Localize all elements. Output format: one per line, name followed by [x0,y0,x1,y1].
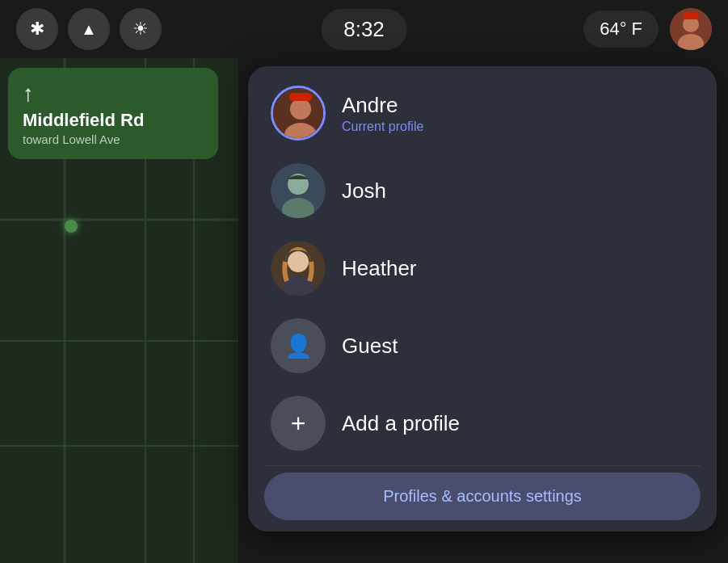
current-user-avatar[interactable] [670,8,712,50]
profile-item-guest[interactable]: Guest [248,307,717,384]
guest-name: Guest [342,334,398,359]
profile-item-josh[interactable]: Josh [248,152,717,229]
profiles-settings-button[interactable]: Profiles & accounts settings [264,473,701,520]
andre-subtitle: Current profile [342,120,423,134]
andre-name: Andre [342,93,423,118]
heather-name: Heather [342,256,417,281]
plus-icon [291,409,306,439]
nav-street: Middlefield Rd [23,110,204,131]
nav-arrow-icon: ↑ [23,81,34,107]
map-area: ↑ Middlefield Rd toward Lowell Ave [0,58,238,563]
profile-item-andre[interactable]: Andre Current profile [248,74,717,152]
svg-point-18 [288,251,309,272]
andre-text: Andre Current profile [342,93,423,134]
nav-toward: toward Lowell Ave [23,132,204,146]
bluetooth-icon [30,19,44,40]
status-bar: 8:32 64° F [0,0,728,58]
heather-avatar [271,241,326,296]
navigation-card: ↑ Middlefield Rd toward Lowell Ave [8,68,218,159]
svg-rect-13 [289,93,312,101]
josh-name: Josh [342,179,386,204]
nav-direction: ↑ [23,81,204,107]
profile-item-heather[interactable]: Heather [248,229,717,307]
josh-text: Josh [342,179,386,204]
guest-avatar [271,318,326,373]
time-container: 8:32 [321,9,407,50]
status-right: 64° F [583,8,712,50]
andre-avatar-small [670,8,712,50]
map-location-dot [65,220,78,233]
brightness-button[interactable] [120,8,162,50]
add-profile-avatar [271,396,326,451]
profile-item-add[interactable]: Add a profile [248,384,717,462]
svg-rect-3 [683,13,699,19]
guest-text: Guest [342,334,398,359]
heather-text: Heather [342,256,417,281]
person-icon [284,333,313,359]
signal-icon [81,20,97,39]
temperature-display: 64° F [583,11,659,48]
signal-button[interactable] [68,8,110,50]
josh-avatar [271,163,326,218]
time-display: 8:32 [321,9,407,50]
status-left-icons [16,8,162,50]
brightness-icon [133,19,149,40]
bluetooth-button[interactable] [16,8,58,50]
andre-avatar [271,86,326,141]
panel-divider [264,465,701,466]
svg-point-11 [290,99,311,120]
add-profile-text: Add a profile [342,411,460,436]
add-profile-name: Add a profile [342,411,460,436]
profile-panel: Andre Current profile Josh [248,66,717,531]
